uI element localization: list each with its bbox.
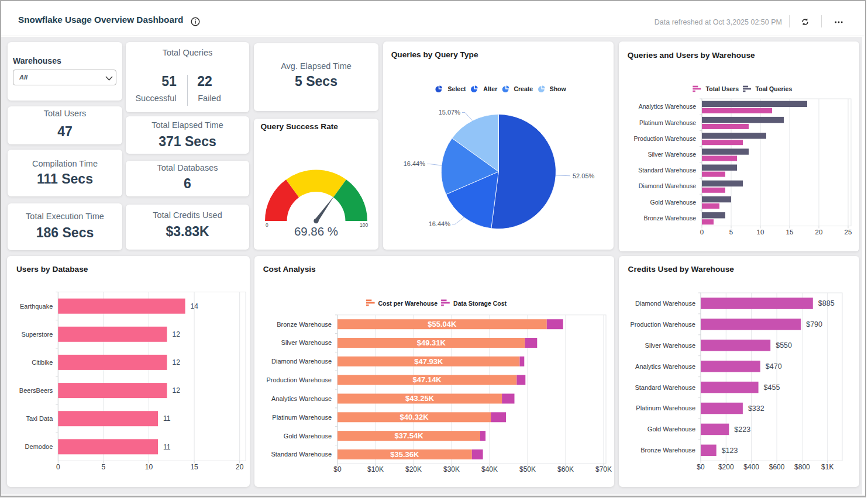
svg-text:Analytics Warehouse: Analytics Warehouse <box>271 395 332 402</box>
svg-text:11: 11 <box>163 443 171 451</box>
svg-text:Toal Queries: Toal Queries <box>755 85 792 92</box>
svg-text:Demodoe: Demodoe <box>25 443 53 450</box>
svg-text:$47.93K: $47.93K <box>414 357 443 366</box>
svg-text:Diamond Warehouse: Diamond Warehouse <box>635 300 695 307</box>
svg-text:15.07%: 15.07% <box>439 109 461 116</box>
svg-text:Select: Select <box>448 85 466 92</box>
svg-text:20: 20 <box>815 229 823 236</box>
svg-text:Superstore: Superstore <box>21 331 53 338</box>
svg-text:Create: Create <box>514 85 533 92</box>
svg-text:Earthquake: Earthquake <box>20 303 53 310</box>
svg-text:Alter: Alter <box>483 85 497 92</box>
svg-text:$55.04K: $55.04K <box>428 320 457 328</box>
svg-text:Standard Warehouse: Standard Warehouse <box>271 451 332 458</box>
svg-text:Silver Warehouse: Silver Warehouse <box>645 342 695 349</box>
svg-text:5: 5 <box>102 463 106 471</box>
svg-text:Bronze Warehouse: Bronze Warehouse <box>277 321 332 328</box>
svg-text:$0: $0 <box>697 463 705 471</box>
svg-text:$200: $200 <box>718 463 734 471</box>
svg-text:25: 25 <box>845 229 852 236</box>
svg-text:$885: $885 <box>818 299 835 307</box>
svg-text:Production Warehouse: Production Warehouse <box>631 321 696 328</box>
svg-text:Show: Show <box>550 85 567 92</box>
svg-text:$223: $223 <box>734 426 750 434</box>
svg-text:$30K: $30K <box>443 465 460 473</box>
svg-text:$600: $600 <box>769 463 785 471</box>
svg-text:$70K: $70K <box>595 465 612 473</box>
svg-text:Platinum Warehouse: Platinum Warehouse <box>636 404 695 411</box>
svg-text:Platinum Warehouse: Platinum Warehouse <box>272 414 332 421</box>
svg-text:Gold Warehouse: Gold Warehouse <box>650 199 697 206</box>
svg-text:20: 20 <box>236 463 244 471</box>
svg-text:14: 14 <box>191 302 199 310</box>
svg-text:Analytics Warehouse: Analytics Warehouse <box>639 103 696 110</box>
svg-text:Silver Warehouse: Silver Warehouse <box>281 339 332 346</box>
svg-text:52.05%: 52.05% <box>573 172 595 179</box>
svg-text:15: 15 <box>190 463 198 471</box>
svg-text:12: 12 <box>173 386 181 395</box>
svg-text:5: 5 <box>729 229 733 236</box>
svg-text:16.44%: 16.44% <box>404 160 426 167</box>
svg-text:Production Warehouse: Production Warehouse <box>634 135 697 142</box>
svg-text:10: 10 <box>757 229 764 236</box>
svg-text:Cost per Warehouse: Cost per Warehouse <box>378 300 438 307</box>
svg-text:$40K: $40K <box>481 465 498 473</box>
svg-text:Bronze Warehouse: Bronze Warehouse <box>640 447 695 454</box>
svg-text:$20K: $20K <box>405 465 422 473</box>
svg-text:15: 15 <box>786 229 794 236</box>
svg-text:Standard Warehouse: Standard Warehouse <box>635 384 695 391</box>
svg-text:$123: $123 <box>722 447 738 455</box>
svg-text:$800: $800 <box>794 463 810 471</box>
svg-text:Bronze Warehouse: Bronze Warehouse <box>644 215 697 222</box>
svg-text:Citibike: Citibike <box>32 359 53 366</box>
svg-text:$332: $332 <box>748 404 764 413</box>
svg-text:BeersBeers: BeersBeers <box>19 387 53 394</box>
svg-text:$455: $455 <box>764 383 780 392</box>
svg-text:0: 0 <box>700 229 704 236</box>
svg-text:$0: $0 <box>333 465 342 473</box>
svg-text:Standard Warehouse: Standard Warehouse <box>638 167 696 174</box>
svg-text:12: 12 <box>173 330 181 338</box>
svg-text:16.44%: 16.44% <box>429 220 451 227</box>
svg-text:$50K: $50K <box>519 465 536 473</box>
svg-text:$470: $470 <box>766 362 782 371</box>
svg-text:$790: $790 <box>806 320 822 328</box>
svg-text:Gold Warehouse: Gold Warehouse <box>284 433 332 440</box>
svg-text:$43.25K: $43.25K <box>405 394 435 403</box>
svg-text:0: 0 <box>56 463 60 471</box>
svg-text:11: 11 <box>163 414 171 423</box>
svg-text:Data Storage Cost: Data Storage Cost <box>453 300 507 307</box>
svg-text:Production Warehouse: Production Warehouse <box>267 376 332 383</box>
svg-text:Diamond Warehouse: Diamond Warehouse <box>271 358 332 365</box>
svg-text:$550: $550 <box>776 341 792 350</box>
svg-text:$37.54K: $37.54K <box>394 431 423 440</box>
svg-text:Platinum Warehouse: Platinum Warehouse <box>639 119 696 126</box>
svg-text:Analytics Warehouse: Analytics Warehouse <box>635 363 695 370</box>
svg-text:$60K: $60K <box>557 465 574 473</box>
svg-text:$10K: $10K <box>367 465 384 473</box>
svg-text:$35.36K: $35.36K <box>390 450 419 459</box>
svg-text:Gold Warehouse: Gold Warehouse <box>647 426 695 433</box>
svg-text:$40.32K: $40.32K <box>399 413 429 421</box>
svg-text:$400: $400 <box>743 463 759 471</box>
svg-text:10: 10 <box>145 463 153 471</box>
svg-text:Silver Warehouse: Silver Warehouse <box>648 151 697 158</box>
svg-text:Total Users: Total Users <box>706 85 739 92</box>
svg-text:12: 12 <box>173 358 181 366</box>
svg-text:$47.14K: $47.14K <box>413 375 442 384</box>
svg-text:Taxi Data: Taxi Data <box>26 415 53 422</box>
svg-text:$49.31K: $49.31K <box>417 338 446 347</box>
svg-text:$1K: $1K <box>821 463 833 471</box>
svg-text:Diamond Warehouse: Diamond Warehouse <box>639 182 696 189</box>
